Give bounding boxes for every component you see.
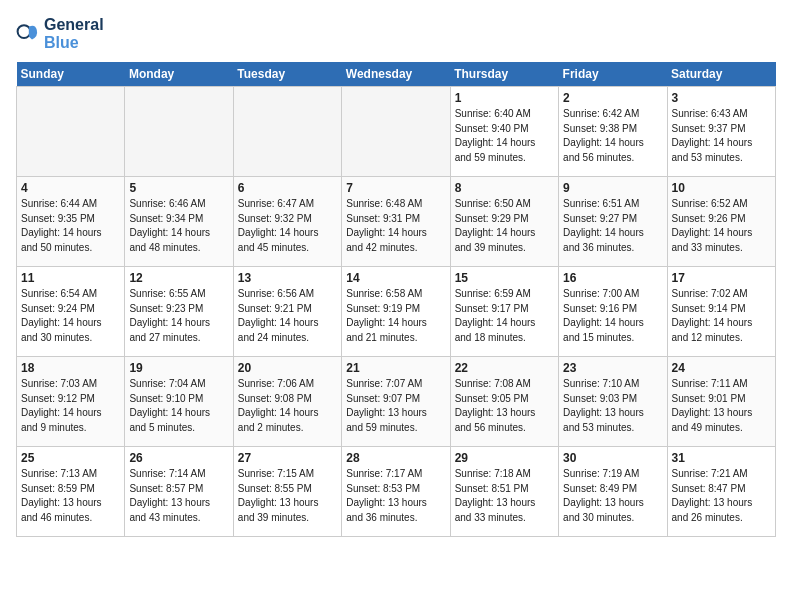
calendar-cell: 31 Sunrise: 7:21 AMSunset: 8:47 PMDaylig… [667, 447, 775, 537]
day-number: 28 [346, 451, 445, 465]
day-info: Sunrise: 6:44 AMSunset: 9:35 PMDaylight:… [21, 198, 102, 253]
day-number: 6 [238, 181, 337, 195]
day-header-thursday: Thursday [450, 62, 558, 87]
day-number: 21 [346, 361, 445, 375]
calendar-cell: 10 Sunrise: 6:52 AMSunset: 9:26 PMDaylig… [667, 177, 775, 267]
page-header: General Blue [16, 16, 776, 52]
day-number: 1 [455, 91, 554, 105]
calendar-cell: 15 Sunrise: 6:59 AMSunset: 9:17 PMDaylig… [450, 267, 558, 357]
calendar-cell: 24 Sunrise: 7:11 AMSunset: 9:01 PMDaylig… [667, 357, 775, 447]
calendar-cell: 26 Sunrise: 7:14 AMSunset: 8:57 PMDaylig… [125, 447, 233, 537]
svg-point-0 [18, 25, 31, 38]
calendar-cell: 1 Sunrise: 6:40 AMSunset: 9:40 PMDayligh… [450, 87, 558, 177]
day-info: Sunrise: 6:47 AMSunset: 9:32 PMDaylight:… [238, 198, 319, 253]
calendar-cell: 30 Sunrise: 7:19 AMSunset: 8:49 PMDaylig… [559, 447, 667, 537]
calendar-cell [125, 87, 233, 177]
day-number: 16 [563, 271, 662, 285]
day-info: Sunrise: 7:07 AMSunset: 9:07 PMDaylight:… [346, 378, 427, 433]
day-info: Sunrise: 6:55 AMSunset: 9:23 PMDaylight:… [129, 288, 210, 343]
day-info: Sunrise: 6:58 AMSunset: 9:19 PMDaylight:… [346, 288, 427, 343]
day-info: Sunrise: 7:17 AMSunset: 8:53 PMDaylight:… [346, 468, 427, 523]
day-number: 27 [238, 451, 337, 465]
calendar-cell: 25 Sunrise: 7:13 AMSunset: 8:59 PMDaylig… [17, 447, 125, 537]
logo-icon [16, 22, 40, 46]
day-number: 20 [238, 361, 337, 375]
day-info: Sunrise: 6:51 AMSunset: 9:27 PMDaylight:… [563, 198, 644, 253]
day-info: Sunrise: 6:52 AMSunset: 9:26 PMDaylight:… [672, 198, 753, 253]
day-number: 24 [672, 361, 771, 375]
calendar-cell: 13 Sunrise: 6:56 AMSunset: 9:21 PMDaylig… [233, 267, 341, 357]
logo: General Blue [16, 16, 104, 52]
day-number: 4 [21, 181, 120, 195]
calendar-week-3: 11 Sunrise: 6:54 AMSunset: 9:24 PMDaylig… [17, 267, 776, 357]
day-number: 31 [672, 451, 771, 465]
day-number: 9 [563, 181, 662, 195]
calendar-week-2: 4 Sunrise: 6:44 AMSunset: 9:35 PMDayligh… [17, 177, 776, 267]
calendar-cell: 12 Sunrise: 6:55 AMSunset: 9:23 PMDaylig… [125, 267, 233, 357]
day-info: Sunrise: 6:40 AMSunset: 9:40 PMDaylight:… [455, 108, 536, 163]
calendar-cell: 22 Sunrise: 7:08 AMSunset: 9:05 PMDaylig… [450, 357, 558, 447]
day-number: 22 [455, 361, 554, 375]
day-number: 25 [21, 451, 120, 465]
day-number: 3 [672, 91, 771, 105]
day-info: Sunrise: 7:02 AMSunset: 9:14 PMDaylight:… [672, 288, 753, 343]
calendar-cell: 27 Sunrise: 7:15 AMSunset: 8:55 PMDaylig… [233, 447, 341, 537]
calendar-cell: 16 Sunrise: 7:00 AMSunset: 9:16 PMDaylig… [559, 267, 667, 357]
calendar-cell: 29 Sunrise: 7:18 AMSunset: 8:51 PMDaylig… [450, 447, 558, 537]
day-info: Sunrise: 7:04 AMSunset: 9:10 PMDaylight:… [129, 378, 210, 433]
day-number: 18 [21, 361, 120, 375]
day-number: 19 [129, 361, 228, 375]
calendar-cell: 4 Sunrise: 6:44 AMSunset: 9:35 PMDayligh… [17, 177, 125, 267]
day-info: Sunrise: 7:21 AMSunset: 8:47 PMDaylight:… [672, 468, 753, 523]
calendar-cell: 17 Sunrise: 7:02 AMSunset: 9:14 PMDaylig… [667, 267, 775, 357]
calendar-cell [17, 87, 125, 177]
calendar-cell: 9 Sunrise: 6:51 AMSunset: 9:27 PMDayligh… [559, 177, 667, 267]
day-info: Sunrise: 6:48 AMSunset: 9:31 PMDaylight:… [346, 198, 427, 253]
day-number: 29 [455, 451, 554, 465]
calendar-week-5: 25 Sunrise: 7:13 AMSunset: 8:59 PMDaylig… [17, 447, 776, 537]
calendar-cell: 8 Sunrise: 6:50 AMSunset: 9:29 PMDayligh… [450, 177, 558, 267]
day-info: Sunrise: 7:03 AMSunset: 9:12 PMDaylight:… [21, 378, 102, 433]
day-number: 14 [346, 271, 445, 285]
calendar-cell: 28 Sunrise: 7:17 AMSunset: 8:53 PMDaylig… [342, 447, 450, 537]
day-number: 7 [346, 181, 445, 195]
calendar-cell: 21 Sunrise: 7:07 AMSunset: 9:07 PMDaylig… [342, 357, 450, 447]
day-info: Sunrise: 6:56 AMSunset: 9:21 PMDaylight:… [238, 288, 319, 343]
day-info: Sunrise: 6:59 AMSunset: 9:17 PMDaylight:… [455, 288, 536, 343]
day-header-wednesday: Wednesday [342, 62, 450, 87]
calendar-week-4: 18 Sunrise: 7:03 AMSunset: 9:12 PMDaylig… [17, 357, 776, 447]
day-info: Sunrise: 6:43 AMSunset: 9:37 PMDaylight:… [672, 108, 753, 163]
day-number: 11 [21, 271, 120, 285]
day-number: 13 [238, 271, 337, 285]
logo-text: General Blue [44, 16, 104, 52]
calendar-cell: 19 Sunrise: 7:04 AMSunset: 9:10 PMDaylig… [125, 357, 233, 447]
calendar-cell: 11 Sunrise: 6:54 AMSunset: 9:24 PMDaylig… [17, 267, 125, 357]
day-number: 8 [455, 181, 554, 195]
calendar-cell: 20 Sunrise: 7:06 AMSunset: 9:08 PMDaylig… [233, 357, 341, 447]
calendar-cell: 18 Sunrise: 7:03 AMSunset: 9:12 PMDaylig… [17, 357, 125, 447]
calendar-cell: 2 Sunrise: 6:42 AMSunset: 9:38 PMDayligh… [559, 87, 667, 177]
calendar-cell: 5 Sunrise: 6:46 AMSunset: 9:34 PMDayligh… [125, 177, 233, 267]
day-info: Sunrise: 6:50 AMSunset: 9:29 PMDaylight:… [455, 198, 536, 253]
day-number: 2 [563, 91, 662, 105]
calendar-cell: 3 Sunrise: 6:43 AMSunset: 9:37 PMDayligh… [667, 87, 775, 177]
calendar-table: SundayMondayTuesdayWednesdayThursdayFrid… [16, 62, 776, 537]
day-info: Sunrise: 7:11 AMSunset: 9:01 PMDaylight:… [672, 378, 753, 433]
calendar-cell [342, 87, 450, 177]
day-info: Sunrise: 6:54 AMSunset: 9:24 PMDaylight:… [21, 288, 102, 343]
day-number: 5 [129, 181, 228, 195]
day-info: Sunrise: 6:42 AMSunset: 9:38 PMDaylight:… [563, 108, 644, 163]
calendar-cell: 7 Sunrise: 6:48 AMSunset: 9:31 PMDayligh… [342, 177, 450, 267]
day-header-friday: Friday [559, 62, 667, 87]
day-number: 12 [129, 271, 228, 285]
day-number: 26 [129, 451, 228, 465]
day-info: Sunrise: 7:13 AMSunset: 8:59 PMDaylight:… [21, 468, 102, 523]
calendar-cell: 14 Sunrise: 6:58 AMSunset: 9:19 PMDaylig… [342, 267, 450, 357]
day-header-monday: Monday [125, 62, 233, 87]
day-info: Sunrise: 7:06 AMSunset: 9:08 PMDaylight:… [238, 378, 319, 433]
day-number: 17 [672, 271, 771, 285]
day-info: Sunrise: 7:08 AMSunset: 9:05 PMDaylight:… [455, 378, 536, 433]
day-info: Sunrise: 7:15 AMSunset: 8:55 PMDaylight:… [238, 468, 319, 523]
day-header-tuesday: Tuesday [233, 62, 341, 87]
day-number: 30 [563, 451, 662, 465]
